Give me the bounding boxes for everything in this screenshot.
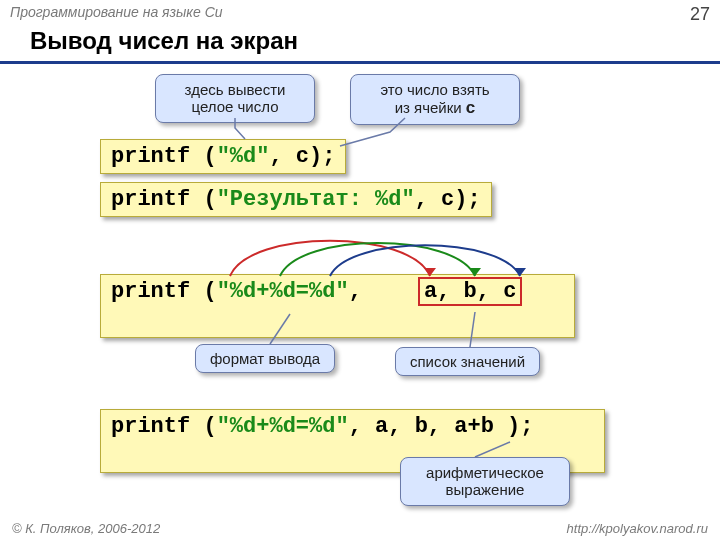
- callout-values-list: список значений: [395, 347, 540, 376]
- subject-label: Программирование на языке Си: [10, 4, 223, 25]
- slide-header: Программирование на языке Си 27: [0, 0, 720, 27]
- slide-footer: © К. Поляков, 2006-2012 http://kpolyakov…: [0, 517, 720, 540]
- code-printf-1: printf ("%d", c);: [100, 139, 346, 174]
- title-bar: Вывод чисел на экран: [0, 27, 720, 64]
- callout-arith-expr: арифметическое выражение: [400, 457, 570, 506]
- callout-integer-output: здесь вывести целое число: [155, 74, 315, 123]
- copyright: © К. Поляков, 2006-2012: [12, 521, 160, 536]
- page-number: 27: [690, 4, 710, 25]
- slide-title: Вывод чисел на экран: [30, 27, 700, 55]
- footer-url: http://kpolyakov.narod.ru: [567, 521, 708, 536]
- code-printf-2: printf ("Результат: %d", c);: [100, 182, 492, 217]
- callout-format: формат вывода: [195, 344, 335, 373]
- code-args-box: a, b, c: [418, 277, 522, 306]
- slide-content: здесь вывести целое число это число взят…: [0, 64, 720, 504]
- callout-var-c: это число взять из ячейки c: [350, 74, 520, 125]
